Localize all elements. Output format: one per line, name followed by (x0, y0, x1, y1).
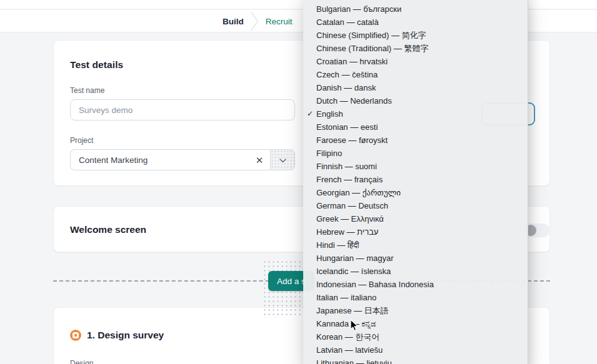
language-option[interactable]: Filipino (303, 147, 528, 160)
language-option-label: Estonian — eesti (316, 122, 378, 132)
language-option[interactable]: German — Deutsch (303, 199, 528, 212)
language-option-label: Korean — 한국어 (316, 332, 379, 342)
language-option[interactable]: Georgian — ქართული (303, 186, 528, 199)
language-option-label: Filipino (316, 149, 342, 158)
language-option-label: Icelandic — íslenska (316, 267, 391, 276)
language-option-label: French — français (316, 175, 383, 184)
language-option[interactable]: Italian — italiano (303, 291, 528, 304)
project-field: ✕ (70, 149, 295, 170)
language-option[interactable]: Hebrew — עברית (303, 225, 528, 239)
language-option[interactable]: Latvian — latviešu (303, 343, 528, 357)
language-dropdown-menu: Bulgarian — български Catalan — català C… (303, 0, 528, 364)
language-option[interactable]: Danish — dansk (303, 81, 528, 94)
survey-builder-page: { "nav": { "build_label": "Build", "recr… (0, 0, 597, 364)
language-option[interactable]: Indonesian — Bahasa Indonesia (303, 278, 528, 291)
language-option-label: Georgian — ქართული (316, 188, 401, 197)
language-option[interactable]: Greek — Ελληνικά (303, 212, 528, 225)
language-option[interactable]: Hindi — हिंदी (303, 239, 528, 252)
language-option[interactable]: Icelandic — íslenska (303, 265, 528, 278)
language-option-label: Dutch — Nederlands (316, 96, 392, 106)
language-option-label: Croatian — hrvatski (316, 57, 388, 66)
language-option[interactable]: Chinese (Traditional) — 繁體字 (303, 42, 528, 55)
clear-project-icon[interactable]: ✕ (251, 152, 268, 168)
language-option[interactable]: Kannada — ಕನ್ನಡ (303, 317, 528, 330)
language-option-label: Faroese — føroyskt (316, 135, 388, 145)
welcome-screen-title: Welcome screen (70, 224, 146, 235)
language-option-label: Czech — čeština (316, 70, 378, 79)
language-option-label: German — Deutsch (316, 201, 388, 210)
check-icon: ✓ (307, 107, 316, 121)
language-option[interactable]: Chinese (Simplified) — 简化字 (303, 29, 528, 42)
language-option-label: Indonesian — Bahasa Indonesia (316, 280, 434, 289)
language-option-label: English (316, 109, 343, 119)
language-option-label: Greek — Ελληνικά (316, 214, 384, 224)
language-option-label: Bulgarian — български (316, 4, 401, 14)
tab-build[interactable]: Build (223, 17, 244, 26)
language-option[interactable]: Dutch — Nederlands (303, 94, 528, 107)
language-option-label: Kannada — ಕನ್ನಡ (316, 319, 376, 328)
language-option[interactable]: Lithuanian — lietuvių (303, 357, 528, 364)
language-option-label: Catalan — català (316, 17, 379, 27)
breadcrumb-chevron-icon (251, 12, 259, 31)
project-input[interactable] (71, 155, 270, 165)
design-survey-title: 1. Design survey (87, 330, 164, 341)
language-option[interactable]: Korean — 한국어 (303, 330, 528, 343)
project-dropdown-button[interactable] (270, 149, 295, 170)
language-option[interactable]: Hungarian — magyar (303, 252, 528, 265)
language-option-label: Chinese (Traditional) — 繁體字 (316, 44, 428, 53)
chevron-down-icon (279, 155, 286, 165)
language-option[interactable]: Czech — čeština (303, 68, 528, 81)
language-option-label: Italian — italiano (316, 293, 376, 302)
language-option[interactable]: ✓ English (303, 107, 528, 121)
language-option-label: Chinese (Simplified) — 简化字 (316, 31, 426, 40)
language-option[interactable]: Finnish — suomi (303, 160, 528, 173)
language-option-label: Japanese — 日本語 (316, 306, 389, 315)
language-option[interactable]: Croatian — hrvatski (303, 55, 528, 68)
language-option-label: Finnish — suomi (316, 162, 377, 171)
project-input-wrap: ✕ (70, 149, 270, 170)
language-option-list: Bulgarian — български Catalan — català C… (303, 2, 528, 364)
language-option[interactable]: Faroese — føroyskt (303, 134, 528, 147)
survey-block-icon (70, 330, 81, 341)
language-option-label: Latvian — latviešu (316, 345, 383, 355)
nav-tabs: Build Recruit (223, 10, 293, 32)
tab-recruit[interactable]: Recruit (266, 17, 293, 26)
language-option[interactable]: Catalan — català (303, 16, 528, 29)
language-option-label: Danish — dansk (316, 83, 376, 92)
language-option[interactable]: Japanese — 日本語 (303, 304, 528, 317)
language-option-label: Lithuanian — lietuvių (316, 358, 392, 364)
language-option-label: Hungarian — magyar (316, 253, 394, 263)
language-option-label: Hindi — हिंदी (316, 240, 359, 250)
language-option[interactable]: Bulgarian — български (303, 2, 528, 16)
language-option[interactable]: Estonian — eesti (303, 121, 528, 134)
language-option[interactable]: French — français (303, 173, 528, 186)
test-name-input[interactable] (70, 99, 295, 121)
language-option-label: Hebrew — עברית (316, 227, 378, 237)
